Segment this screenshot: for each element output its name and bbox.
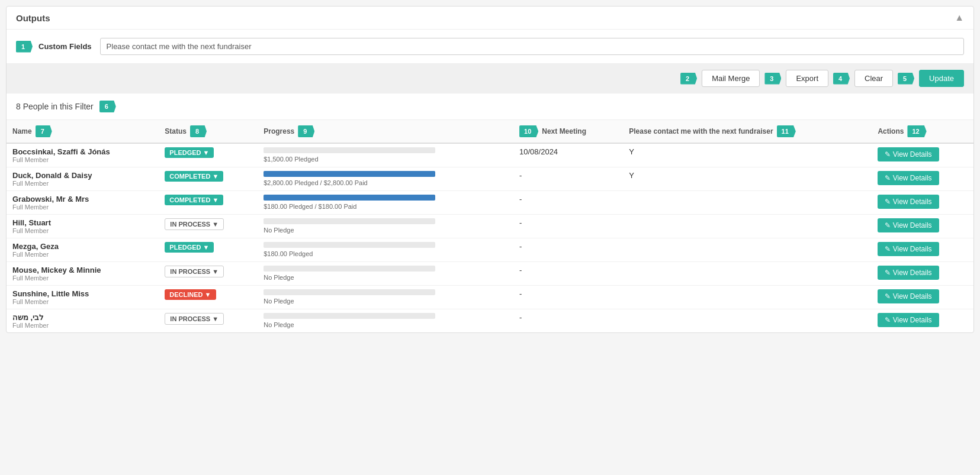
col-status: Status 8 xyxy=(159,120,258,143)
person-name: Hill, Stuart xyxy=(12,218,153,227)
custom-fields-row: 1 Custom Fields xyxy=(7,30,973,64)
cell-status: IN PROCESS ▼ xyxy=(159,309,258,333)
step-4-badge: 4 xyxy=(833,73,850,85)
cell-progress: $2,800.00 Pledged / $2,800.00 Paid xyxy=(258,167,513,191)
view-details-button[interactable]: ✎ View Details xyxy=(878,242,939,256)
status-badge[interactable]: IN PROCESS ▼ xyxy=(165,218,224,230)
clear-button[interactable]: Clear xyxy=(854,70,893,87)
view-details-button[interactable]: ✎ View Details xyxy=(878,289,939,303)
cell-next-meeting: - xyxy=(513,215,623,238)
table-row: Mouse, Mickey & MinnieFull MemberIN PROC… xyxy=(7,262,973,286)
person-type: Full Member xyxy=(12,298,153,305)
step-2-badge: 2 xyxy=(680,73,697,85)
next-meeting-value: - xyxy=(519,266,522,274)
person-type: Full Member xyxy=(12,322,153,329)
cell-name: Grabowski, Mr & MrsFull Member xyxy=(7,191,159,215)
update-button[interactable]: Update xyxy=(919,70,964,87)
step-3-badge: 3 xyxy=(764,73,781,85)
progress-bar-container xyxy=(264,242,435,248)
table-row: Duck, Donald & DaisyFull MemberCOMPLETED… xyxy=(7,167,973,191)
progress-wrap: No Pledge xyxy=(264,218,507,234)
progress-wrap: $2,800.00 Pledged / $2,800.00 Paid xyxy=(264,171,507,186)
progress-bar-container xyxy=(264,313,435,319)
view-details-button[interactable]: ✎ View Details xyxy=(878,218,939,232)
next-meeting-value: - xyxy=(519,313,522,322)
view-details-button[interactable]: ✎ View Details xyxy=(878,266,939,280)
status-badge[interactable]: IN PROCESS ▼ xyxy=(165,266,224,277)
progress-wrap: No Pledge xyxy=(264,289,507,305)
cell-custom-field xyxy=(623,286,872,309)
cell-name: לבי, משהFull Member xyxy=(7,309,159,333)
progress-label: No Pledge xyxy=(264,227,507,234)
cell-actions: ✎ View Details xyxy=(872,286,973,309)
next-meeting-value: - xyxy=(519,242,522,251)
cell-custom-field xyxy=(623,238,872,262)
table-row: Mezga, GezaFull MemberPLEDGED ▼ $180.00 … xyxy=(7,238,973,262)
person-name: לבי, משה xyxy=(12,313,153,322)
progress-bar-container xyxy=(264,171,435,177)
view-details-button[interactable]: ✎ View Details xyxy=(878,147,939,161)
view-details-button[interactable]: ✎ View Details xyxy=(878,171,939,185)
custom-fields-input[interactable] xyxy=(100,38,964,55)
progress-wrap: $180.00 Pledged xyxy=(264,242,507,257)
next-meeting-value: - xyxy=(519,218,522,227)
step-7-badge: 7 xyxy=(36,125,52,137)
cell-progress: No Pledge xyxy=(258,286,513,309)
cell-custom-field xyxy=(623,191,872,215)
cell-next-meeting: - xyxy=(513,309,623,333)
table-header-row: Name 7 Status 8 Progress 9 xyxy=(7,120,973,143)
person-name: Sunshine, Little Miss xyxy=(12,289,153,298)
view-details-button[interactable]: ✎ View Details xyxy=(878,195,939,209)
progress-bar-container xyxy=(264,195,435,201)
cell-name: Sunshine, Little MissFull Member xyxy=(7,286,159,309)
cell-custom-field: Y xyxy=(623,143,872,167)
progress-label: $180.00 Pledged xyxy=(264,250,507,257)
step-2-wrap: 2 xyxy=(680,73,697,85)
view-details-button[interactable]: ✎ View Details xyxy=(878,313,939,327)
step-6-badge: 6 xyxy=(99,101,116,112)
progress-label: $1,500.00 Pledged xyxy=(264,156,507,163)
col-custom-field: Please contact me with the next fundrais… xyxy=(623,120,872,143)
status-badge[interactable]: IN PROCESS ▼ xyxy=(165,313,224,325)
people-table: Name 7 Status 8 Progress 9 xyxy=(7,120,973,332)
person-type: Full Member xyxy=(12,180,153,187)
progress-bar-fill xyxy=(264,171,435,177)
status-badge[interactable]: PLEDGED ▼ xyxy=(165,242,214,253)
next-meeting-value: - xyxy=(519,171,522,180)
table-row: Hill, StuartFull MemberIN PROCESS ▼ No P… xyxy=(7,215,973,238)
cell-status: IN PROCESS ▼ xyxy=(159,262,258,286)
people-table-wrap: Name 7 Status 8 Progress 9 xyxy=(7,120,973,332)
step-1-badge: 1 xyxy=(16,41,33,53)
cell-progress: $180.00 Pledged xyxy=(258,238,513,262)
panel-header: Outputs ▲ xyxy=(7,7,973,30)
custom-field-value: Y xyxy=(629,171,634,180)
toolbar-row: 2 Mail Merge 3 Export 4 Clear 5 Update xyxy=(7,64,973,93)
person-type: Full Member xyxy=(12,203,153,211)
step-9-badge: 9 xyxy=(298,125,314,137)
status-badge[interactable]: COMPLETED ▼ xyxy=(165,195,223,205)
cell-next-meeting: - xyxy=(513,191,623,215)
table-row: Boccsinkai, Szaffi & JónásFull MemberPLE… xyxy=(7,143,973,167)
table-row: לבי, משהFull MemberIN PROCESS ▼ No Pledg… xyxy=(7,309,973,333)
cell-name: Mouse, Mickey & MinnieFull Member xyxy=(7,262,159,286)
cell-actions: ✎ View Details xyxy=(872,238,973,262)
cell-status: IN PROCESS ▼ xyxy=(159,215,258,238)
status-badge[interactable]: DECLINED ▼ xyxy=(165,289,216,300)
cell-name: Hill, StuartFull Member xyxy=(7,215,159,238)
progress-label: No Pledge xyxy=(264,321,507,328)
mail-merge-button[interactable]: Mail Merge xyxy=(702,70,760,87)
cell-custom-field: Y xyxy=(623,167,872,191)
cell-next-meeting: - xyxy=(513,238,623,262)
collapse-icon[interactable]: ▲ xyxy=(955,12,964,23)
progress-bar-container xyxy=(264,218,435,224)
custom-fields-label: Custom Fields xyxy=(38,42,92,51)
cell-custom-field xyxy=(623,309,872,333)
status-badge[interactable]: COMPLETED ▼ xyxy=(165,171,223,182)
outputs-panel: Outputs ▲ 1 Custom Fields 2 Mail Merge 3… xyxy=(6,6,974,333)
person-name: Mezga, Geza xyxy=(12,242,153,251)
person-name: Boccsinkai, Szaffi & Jónás xyxy=(12,147,153,156)
panel-title: Outputs xyxy=(16,13,50,23)
status-badge[interactable]: PLEDGED ▼ xyxy=(165,147,214,158)
export-button[interactable]: Export xyxy=(786,70,828,87)
progress-bar-container xyxy=(264,147,435,153)
